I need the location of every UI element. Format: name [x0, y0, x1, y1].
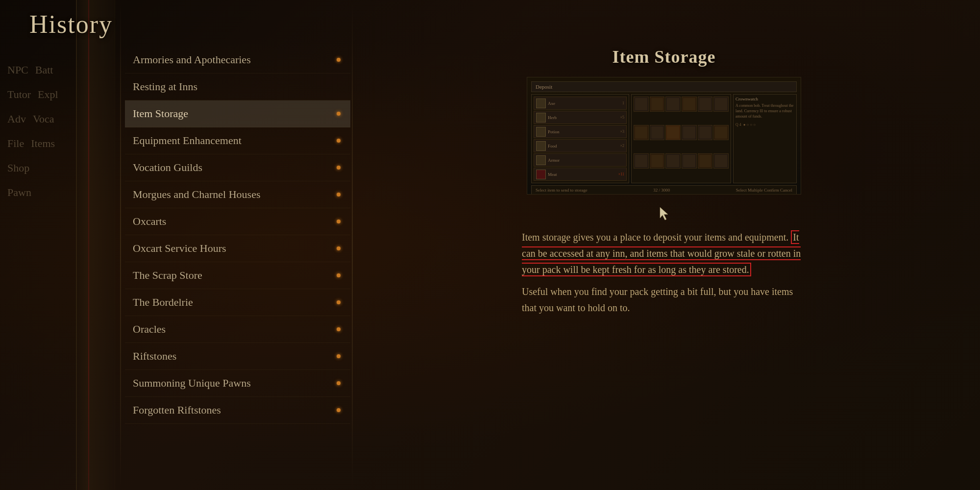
left-nav-adv[interactable]: Adv — [5, 108, 28, 130]
grid-slot-14 — [650, 153, 665, 169]
game-ui-body: Axe 1 Herb ×5 Potion ×3 — [531, 94, 797, 183]
menu-dot-oxcarts — [337, 220, 341, 223]
menu-item-item-storage[interactable]: Item Storage — [125, 100, 350, 127]
cursor-icon — [658, 206, 670, 225]
left-nav-tutor[interactable]: Tutor — [5, 83, 33, 106]
game-ui-right-grid — [631, 94, 731, 183]
page-title: History — [29, 10, 113, 39]
game-ui-info-panel: Crownwatch A common bob. Treat throughou… — [733, 94, 797, 183]
grid-slot-7 — [634, 125, 649, 140]
slot-icon-1 — [536, 98, 546, 108]
menu-item-riftstones[interactable]: Riftstones — [125, 343, 350, 370]
game-ui-mock: Deposit Axe 1 Herb ×5 — [527, 77, 801, 194]
grid-slot-17 — [698, 153, 713, 169]
column-divider-left — [120, 0, 121, 490]
left-nav-npc[interactable]: NPC — [5, 59, 31, 81]
description-part1: Item storage gives you a place to deposi… — [522, 232, 788, 243]
game-ui-header: Deposit — [531, 81, 797, 92]
grid-slot-15 — [665, 153, 681, 169]
menu-dot-oracles — [337, 327, 341, 331]
slot-icon-2 — [536, 113, 546, 122]
game-slot-3: Potion ×3 — [534, 125, 627, 138]
grid-slot-11 — [698, 125, 713, 140]
slot-icon-5 — [536, 155, 546, 165]
vine-decoration — [78, 0, 113, 490]
content-panel: Item Storage Deposit Axe 1 Herb ×5 — [363, 47, 965, 475]
grid-slot-5 — [698, 97, 713, 112]
game-slot-2: Herb ×5 — [534, 111, 627, 124]
menu-dot-equipment — [337, 139, 341, 143]
menu-dot-oxcart-hours — [337, 246, 341, 250]
menu-dot-unique-pawns — [337, 381, 341, 385]
menu-item-oracles[interactable]: Oracles — [125, 316, 350, 343]
slot-icon-3 — [536, 127, 546, 137]
left-nav-shop[interactable]: Shop — [5, 157, 32, 179]
description-text: Item storage gives you a place to deposi… — [522, 229, 806, 316]
preview-image: Deposit Axe 1 Herb ×5 — [527, 77, 801, 195]
game-slot-5: Armor — [534, 153, 627, 167]
grid-slot-1 — [634, 97, 649, 112]
game-slot-4: Food ×2 — [534, 139, 627, 152]
grid-slot-16 — [682, 153, 697, 169]
game-ui-left-slots: Axe 1 Herb ×5 Potion ×3 — [531, 94, 629, 183]
menu-dot-armories — [337, 58, 341, 62]
column-divider-right — [352, 0, 353, 490]
menu-dot-vocation — [337, 166, 341, 170]
left-nav-expl[interactable]: Expl — [35, 83, 61, 106]
menu-dot-bordelrie — [337, 300, 341, 304]
menu-dot-item-storage — [337, 112, 341, 116]
menu-item-equipment[interactable]: Equipment Enhancement — [125, 127, 350, 154]
left-nav-voca[interactable]: Voca — [30, 108, 57, 130]
grid-slot-4 — [682, 97, 697, 112]
left-nav: NPC Batt Tutor Expl Adv Voca File Items … — [0, 59, 76, 204]
menu-item-scrap-store[interactable]: The Scrap Store — [125, 262, 350, 289]
menu-item-oxcarts[interactable]: Oxcarts — [125, 208, 350, 235]
left-nav-file[interactable]: File — [5, 132, 26, 155]
content-title: Item Storage — [612, 47, 716, 67]
menu-dot-scrap — [337, 273, 341, 277]
game-slot-1: Axe 1 — [534, 97, 627, 110]
menu-item-unique-pawns[interactable]: Summoning Unique Pawns — [125, 370, 350, 397]
menu-list: Armories and Apothecaries Resting at Inn… — [125, 47, 350, 424]
menu-dot-riftstones — [337, 354, 341, 358]
grid-slot-9 — [665, 125, 681, 140]
slot-icon-4 — [536, 141, 546, 151]
menu-item-forgotten-riftstones[interactable]: Forgotten Riftstones — [125, 397, 350, 424]
menu-item-morgues[interactable]: Morgues and Charnel Houses — [125, 181, 350, 208]
grid-slot-13 — [634, 153, 649, 169]
menu-dot-forgotten — [337, 408, 341, 412]
menu-item-bordelrie[interactable]: The Bordelrie — [125, 289, 350, 316]
menu-dot-morgues — [337, 193, 341, 196]
menu-item-oxcart-hours[interactable]: Oxcart Service Hours — [125, 235, 350, 262]
grid-slot-18 — [713, 153, 729, 169]
slot-icon-6 — [536, 170, 546, 179]
grid-slot-12 — [713, 125, 729, 140]
menu-item-resting[interactable]: Resting at Inns — [125, 74, 350, 100]
left-nav-items[interactable]: Items — [28, 132, 57, 155]
menu-item-armories[interactable]: Armories and Apothecaries — [125, 47, 350, 74]
description-part2: Useful when you find your pack getting a… — [522, 286, 793, 313]
left-nav-batt[interactable]: Batt — [33, 59, 56, 81]
grid-slot-3 — [665, 97, 681, 112]
menu-item-vocation-guilds[interactable]: Vocation Guilds — [125, 154, 350, 181]
grid-slot-6 — [713, 97, 729, 112]
left-nav-pawn[interactable]: Pawn — [5, 181, 34, 204]
game-ui-bottom-bar: Select item to send to storage 32 / 3000… — [531, 185, 797, 195]
grid-slot-2 — [650, 97, 665, 112]
grid-slot-8 — [650, 125, 665, 140]
game-slot-6: Meat ×11 — [534, 168, 627, 181]
grid-slot-10 — [682, 125, 697, 140]
